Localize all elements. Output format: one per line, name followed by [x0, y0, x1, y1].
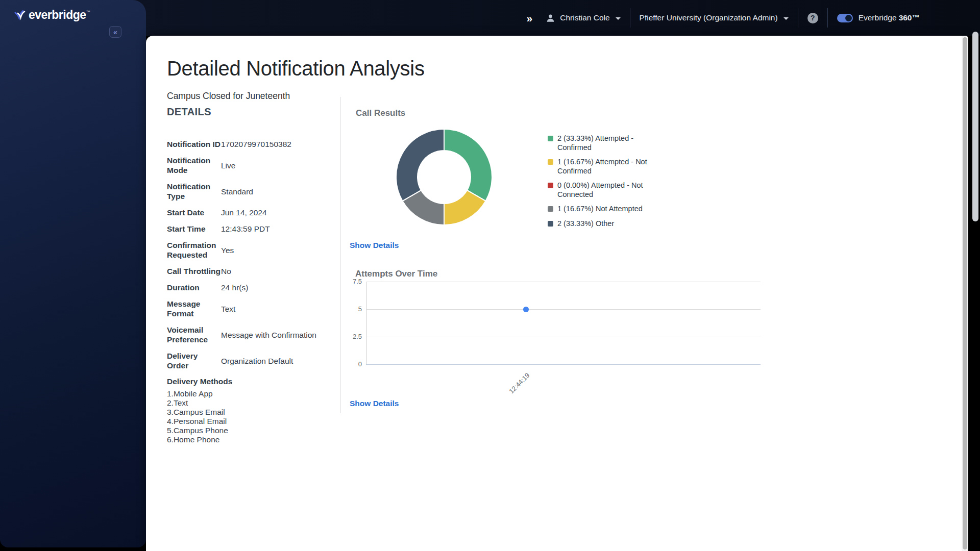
everbridge-logo: everbridge ™	[14, 8, 90, 22]
call-results-donut-chart	[396, 129, 493, 226]
delivery-methods-heading: Delivery Methods	[167, 377, 335, 386]
top-bar-actions: » Christian Cole Pfieffer University (Or…	[527, 0, 920, 36]
logo-text: everbridge	[29, 8, 86, 22]
content-scrollbar-thumb[interactable]	[963, 37, 967, 549]
main-content: Detailed Notification Analysis Campus Cl…	[146, 36, 968, 551]
donut-slice-other	[396, 129, 444, 201]
detail-value: Message with Confirmation	[221, 330, 335, 340]
help-icon[interactable]: ?	[807, 13, 818, 23]
data-point	[523, 307, 529, 312]
notification-title: Campus Closed for Juneteenth	[167, 91, 290, 102]
user-menu[interactable]: Christian Cole	[546, 13, 620, 23]
detail-value: Organization Default	[221, 356, 335, 366]
detail-value: Standard	[221, 187, 335, 196]
details-rows: Notification ID1702079970150382Notificat…	[167, 139, 335, 370]
y-tick-label: 7.5	[340, 278, 362, 285]
divider	[798, 8, 798, 28]
gridline	[366, 309, 761, 310]
detail-value: Jun 14, 2024	[221, 208, 335, 217]
y-tick-label: 5	[340, 305, 362, 313]
detail-row: Duration24 hr(s)	[167, 283, 335, 292]
detail-row: Confirmation RequestedYes	[167, 240, 335, 260]
legend-swatch	[548, 206, 553, 212]
legend-item: 2 (33.33%) Attempted - Confirmed	[548, 134, 665, 152]
delivery-method-item: 4.Personal Email	[167, 417, 335, 426]
call-results-legend: 2 (33.33%) Attempted - Confirmed1 (16.67…	[548, 134, 665, 228]
legend-label: 0 (0.00%) Attempted - Not Connected	[557, 181, 665, 199]
chevron-down-icon	[616, 17, 621, 20]
detail-row: Start DateJun 14, 2024	[167, 208, 335, 217]
detail-row: Delivery OrderOrganization Default	[167, 351, 335, 370]
sidebar-collapse-button[interactable]: «	[109, 26, 121, 38]
detail-label: Message Format	[167, 299, 221, 318]
detail-row: Message FormatText	[167, 299, 335, 318]
delivery-method-item: 3.Campus Email	[167, 408, 335, 417]
detail-value: 1702079970150382	[221, 139, 335, 149]
legend-item: 1 (16.67%) Not Attempted	[548, 205, 665, 214]
detail-value: 12:43:59 PDT	[221, 224, 335, 234]
divider	[827, 8, 828, 28]
everbridge-360-toggle[interactable]	[837, 14, 853, 22]
detail-label: Notification Mode	[167, 156, 221, 175]
attempts-show-details-link[interactable]: Show Details	[350, 399, 399, 408]
detail-row: Start Time12:43:59 PDT	[167, 224, 335, 234]
user-name: Christian Cole	[560, 13, 609, 22]
donut-slice-attempted-confirmed	[444, 129, 492, 201]
expand-menu-icon[interactable]: »	[527, 13, 533, 23]
page-scrollbar-thumb[interactable]	[972, 32, 978, 221]
person-icon	[546, 13, 555, 23]
legend-item: 0 (0.00%) Attempted - Not Connected	[548, 181, 665, 199]
detail-value: No	[221, 266, 335, 276]
chevron-down-icon	[783, 17, 789, 20]
detail-value: Live	[221, 161, 335, 170]
y-tick-label: 0	[340, 360, 362, 368]
everbridge-bird-icon	[14, 9, 28, 22]
detail-row: Call ThrottlingNo	[167, 266, 335, 276]
detail-row: Notification TypeStandard	[167, 182, 335, 201]
call-results-show-details-link[interactable]: Show Details	[350, 241, 399, 250]
gridline	[366, 337, 761, 337]
delivery-method-item: 1.Mobile App	[167, 389, 335, 398]
delivery-method-item: 6.Home Phone	[167, 435, 335, 444]
x-tick-label: 12:44:19	[489, 371, 531, 413]
divider	[630, 8, 630, 28]
details-panel: DETAILS Notification ID1702079970150382N…	[167, 106, 335, 444]
detail-row: Voicemail PreferenceMessage with Confirm…	[167, 325, 335, 344]
y-tick-label: 2.5	[340, 333, 362, 340]
detail-label: Delivery Order	[167, 351, 221, 370]
legend-item: 2 (33.33%) Other	[548, 219, 665, 229]
legend-swatch	[548, 136, 553, 141]
gridline	[366, 364, 761, 365]
legend-label: 1 (16.67%) Attempted - Not Confirmed	[557, 158, 665, 176]
y-axis	[366, 282, 366, 364]
product-version: 360™	[899, 13, 920, 22]
call-results-heading: Call Results	[356, 108, 405, 118]
legend-label: 2 (33.33%) Attempted - Confirmed	[557, 134, 665, 152]
toggle-knob	[845, 15, 852, 21]
legend-label: 1 (16.67%) Not Attempted	[557, 205, 643, 214]
gridline	[366, 282, 761, 282]
legend-swatch	[548, 159, 553, 165]
detail-value: Text	[221, 304, 335, 314]
organization-selector[interactable]: Pfieffer University (Organization Admin)	[640, 13, 789, 22]
detail-value: 24 hr(s)	[221, 283, 335, 292]
logo-trademark: ™	[86, 10, 90, 14]
delivery-method-item: 5.Campus Phone	[167, 426, 335, 435]
product-name: Everbridge	[859, 13, 897, 22]
detail-label: Notification Type	[167, 182, 221, 201]
attempts-over-time-chart: 7.552.5012:44:19	[366, 282, 761, 364]
detail-label: Start Time	[167, 224, 221, 234]
everbridge-360-label: Everbridge 360™	[859, 13, 920, 22]
detail-label: Voicemail Preference	[167, 325, 221, 344]
detail-label: Call Throttling	[167, 266, 221, 276]
detail-label: Start Date	[167, 208, 221, 217]
sidebar: everbridge ™	[0, 0, 146, 547]
detail-value: Yes	[221, 245, 335, 255]
delivery-method-item: 2.Text	[167, 398, 335, 408]
legend-label: 2 (33.33%) Other	[557, 219, 614, 229]
content-scrollbar	[962, 36, 968, 551]
detail-label: Notification ID	[167, 139, 221, 149]
organization-name: Pfieffer University (Organization Admin)	[640, 13, 778, 22]
legend-swatch	[548, 183, 553, 188]
attempts-over-time-heading: Attempts Over Time	[355, 269, 437, 279]
